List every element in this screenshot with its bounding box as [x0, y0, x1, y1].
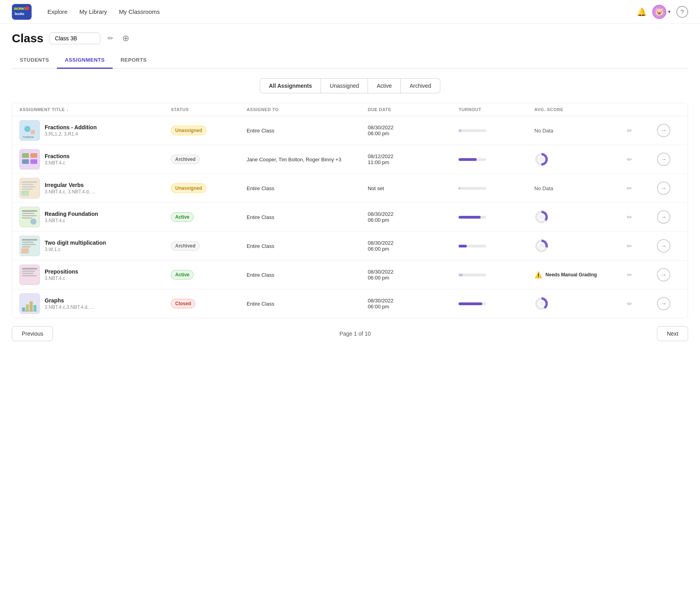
- svg-rect-18: [22, 184, 34, 185]
- turnout-4: [458, 245, 534, 247]
- filter-unassigned[interactable]: Unassigned: [321, 78, 368, 93]
- col-go: [657, 107, 681, 112]
- notifications-bell-icon[interactable]: 🔔: [637, 7, 647, 17]
- svg-text:Fractions: Fractions: [23, 136, 34, 138]
- thumb-4: [19, 236, 40, 256]
- assignment-title-3: Reading Foundation: [45, 211, 98, 217]
- edit-cell-6: ✏: [625, 298, 657, 309]
- thumb-5: [19, 264, 40, 285]
- svg-rect-48: [30, 301, 33, 311]
- svg-rect-19: [22, 186, 36, 187]
- go-arrow-1[interactable]: →: [657, 153, 670, 166]
- go-cell-2: →: [657, 181, 681, 195]
- turnout-6: [458, 302, 534, 305]
- table-row: Two digit multiplication 3.W.1.c Archive…: [12, 232, 688, 261]
- go-arrow-4[interactable]: →: [657, 239, 670, 253]
- go-cell-5: →: [657, 268, 681, 281]
- avg-score-6: [534, 296, 625, 311]
- assigned-to-3: Entire Class: [247, 214, 368, 220]
- assignment-info-2: Irregular Verbs 3.NBT.4.c, 3.NBT.4.d, ..…: [45, 182, 95, 195]
- go-arrow-3[interactable]: →: [657, 210, 670, 224]
- nav-my-library[interactable]: My Library: [79, 8, 107, 15]
- svg-rect-42: [22, 270, 35, 272]
- assignment-info-6: Graphs 3.NBT.4.c,3.NBT.4.d, ...: [45, 297, 94, 310]
- add-class-button[interactable]: ⊕: [121, 32, 131, 45]
- col-assigned: ASSIGNED TO: [247, 107, 368, 112]
- filter-archived[interactable]: Archived: [401, 78, 440, 93]
- svg-rect-12: [30, 159, 37, 164]
- col-score: AVG. SCORE: [534, 107, 625, 112]
- avg-score-1: [534, 152, 625, 166]
- col-status[interactable]: STATUS: [171, 107, 247, 112]
- filter-all-assignments[interactable]: All Assignments: [260, 78, 321, 93]
- tab-assignments[interactable]: ASSIGNMENTS: [57, 52, 113, 69]
- page-title: Class: [12, 32, 43, 45]
- go-arrow-2[interactable]: →: [657, 181, 670, 195]
- table-row: Reading Foundation 3.NBT.4.c Active Enti…: [12, 203, 688, 232]
- nav-explore[interactable]: Explore: [47, 8, 68, 15]
- main-nav: Explore My Library My Classrooms: [47, 8, 160, 15]
- avg-score-5: ⚠️ Needs Manual Grading: [534, 271, 625, 279]
- edit-button-3[interactable]: ✏: [625, 212, 634, 223]
- svg-rect-20: [22, 189, 33, 190]
- edit-button-1[interactable]: ✏: [625, 154, 634, 165]
- svg-point-39: [539, 243, 544, 249]
- assigned-to-1: Jane Cooper, Tim Bolton, Roger Binny +3: [247, 157, 368, 162]
- turnout-3: [458, 216, 534, 219]
- go-cell-1: →: [657, 153, 681, 166]
- svg-rect-36: [21, 248, 29, 253]
- edit-cell-0: ✏: [625, 125, 657, 136]
- svg-rect-26: [22, 217, 32, 219]
- edit-button-6[interactable]: ✏: [625, 298, 634, 309]
- status-cell-4: Archived: [171, 241, 247, 251]
- logo[interactable]: WORKY books: [12, 4, 32, 20]
- filter-active[interactable]: Active: [368, 78, 401, 93]
- avg-score-0: No Data: [534, 128, 625, 134]
- status-badge-3: Active: [171, 212, 194, 222]
- svg-point-30: [539, 214, 544, 220]
- svg-rect-11: [22, 159, 29, 164]
- svg-rect-46: [22, 308, 25, 312]
- tab-reports[interactable]: REPORTS: [113, 52, 155, 68]
- status-badge-2: Unassigned: [171, 183, 206, 193]
- edit-class-button[interactable]: ✏: [106, 32, 115, 44]
- assignment-title-4: Two digit multiplication: [45, 240, 106, 246]
- assigned-to-0: Entire Class: [247, 128, 368, 134]
- svg-point-15: [539, 157, 544, 162]
- assignments-table: ASSIGNMENT TITLE ↓ STATUS ASSIGNED TO DU…: [12, 103, 688, 318]
- svg-rect-17: [22, 181, 37, 183]
- due-date-5: 08/30/2022 06:00 pm: [368, 269, 458, 281]
- status-cell-3: Active: [171, 212, 247, 222]
- svg-point-5: [25, 126, 30, 132]
- edit-cell-5: ✏: [625, 270, 657, 280]
- edit-button-0[interactable]: ✏: [625, 125, 634, 136]
- go-arrow-6[interactable]: →: [657, 297, 670, 310]
- assignment-info-1: Fractions 3.NBT.4.c: [45, 153, 70, 166]
- svg-rect-22: [20, 207, 40, 227]
- avatar-chevron-icon[interactable]: ▾: [668, 9, 671, 15]
- page-info: Page 1 of 10: [340, 330, 371, 337]
- assignment-title-1: Fractions: [45, 153, 70, 159]
- edit-button-5[interactable]: ✏: [625, 270, 634, 280]
- avatar[interactable]: 🐷: [652, 5, 666, 19]
- svg-rect-25: [22, 215, 37, 216]
- help-icon[interactable]: ?: [676, 6, 688, 18]
- assignment-subtitle-0: 3.RL1.2, 3.R1.4: [45, 131, 97, 137]
- previous-button[interactable]: Previous: [12, 326, 53, 341]
- warning-icon-5: ⚠️: [534, 271, 542, 279]
- pagination: Previous Page 1 of 10 Next: [12, 318, 688, 345]
- turnout-1: [458, 158, 534, 161]
- svg-rect-49: [34, 305, 37, 311]
- nav-my-classrooms[interactable]: My Classrooms: [119, 8, 160, 15]
- go-arrow-0[interactable]: →: [657, 124, 670, 137]
- edit-button-2[interactable]: ✏: [625, 183, 634, 194]
- go-arrow-5[interactable]: →: [657, 268, 670, 281]
- donut-chart-6: [534, 296, 549, 311]
- next-button[interactable]: Next: [657, 326, 688, 341]
- tab-students[interactable]: STUDENTS: [12, 52, 57, 68]
- svg-rect-10: [30, 153, 37, 158]
- edit-cell-3: ✏: [625, 212, 657, 223]
- class-dropdown[interactable]: Class 3B Class 3A Class 3C: [49, 32, 100, 44]
- edit-button-4[interactable]: ✏: [625, 241, 634, 251]
- table-row: Fractions Fractions - Addition 3.RL1.2, …: [12, 116, 688, 145]
